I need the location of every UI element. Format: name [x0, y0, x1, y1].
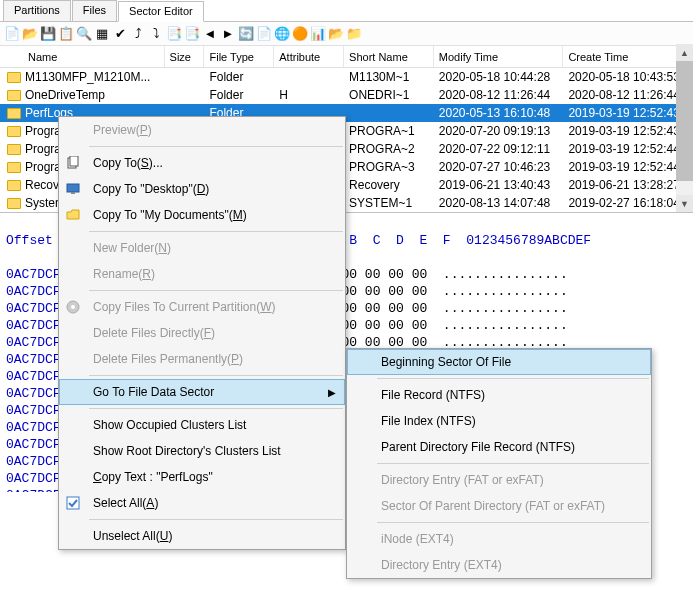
short-name: PROGRA~3: [344, 159, 434, 175]
new-icon[interactable]: 📄: [4, 26, 20, 42]
menu-item: Delete Files Permanently(P): [59, 346, 345, 372]
menu-item: Rename (R): [59, 261, 345, 287]
nav-fwd-icon[interactable]: ►: [220, 26, 236, 42]
short-name: Recovery: [344, 177, 434, 193]
tab-partitions[interactable]: Partitions: [3, 0, 71, 21]
col-attribute[interactable]: Attribute: [274, 46, 344, 67]
chevron-right-icon: ▶: [328, 387, 336, 398]
col-modifytime[interactable]: Modify Time: [434, 46, 564, 67]
folder-icon: [7, 198, 21, 209]
menu-item[interactable]: Beginning Sector Of File: [347, 349, 651, 375]
folder-icon[interactable]: 📁: [346, 26, 362, 42]
goto-down-icon[interactable]: ⤵: [148, 26, 164, 42]
menu-item[interactable]: File Index (NTFS): [347, 408, 651, 434]
modify-time: 2020-07-22 09:12:11: [434, 141, 564, 157]
save-icon[interactable]: 💾: [40, 26, 56, 42]
col-name[interactable]: Name: [0, 46, 165, 67]
grid-icon[interactable]: ▦: [94, 26, 110, 42]
open-icon[interactable]: 📂: [22, 26, 38, 42]
file-type: Folder: [204, 69, 274, 85]
file-name: Recov: [25, 178, 59, 192]
file-attr: [274, 112, 344, 114]
menu-item: Delete Files Directly(F): [59, 320, 345, 346]
menu-item: Sector Of Parent Directory (FAT or exFAT…: [347, 493, 651, 519]
col-size[interactable]: Size: [165, 46, 205, 67]
folder-icon: [7, 72, 21, 83]
menu-item[interactable]: Select All(A): [59, 490, 345, 516]
modify-time: 2020-05-13 16:10:48: [434, 105, 564, 121]
refresh-icon[interactable]: 🔄: [238, 26, 254, 42]
menu-item[interactable]: Show Occupied Clusters List: [59, 412, 345, 438]
file-scrollbar[interactable]: ▲ ▼: [676, 44, 693, 212]
short-name: M1130M~1: [344, 69, 434, 85]
folder-icon: [7, 162, 21, 173]
menu-label: Beginning Sector Of File: [381, 355, 511, 369]
menu-label: New Folder: [93, 241, 154, 255]
create-time: 2020-08-12 11:26:44: [563, 87, 693, 103]
file-name: Progra: [25, 160, 61, 174]
menu-item[interactable]: File Record (NTFS): [347, 382, 651, 408]
globe-icon[interactable]: 🌐: [274, 26, 290, 42]
menu-label: Select All: [93, 496, 142, 510]
menu-item[interactable]: Copy To "Desktop"(D): [59, 176, 345, 202]
search-icon[interactable]: 🔍: [76, 26, 92, 42]
scroll-thumb[interactable]: [676, 61, 693, 181]
file-type: Folder: [204, 87, 274, 103]
modify-time: 2019-06-21 13:40:43: [434, 177, 564, 193]
short-name: PROGRA~2: [344, 141, 434, 157]
scroll-down-icon[interactable]: ▼: [676, 195, 693, 212]
create-time: 2019-03-19 12:52:44: [563, 141, 693, 157]
check-icon[interactable]: ✔: [112, 26, 128, 42]
modify-time: 2020-08-13 14:07:48: [434, 195, 564, 211]
menu-label: Parent Directory File Record (NTFS): [381, 440, 575, 454]
goto-up-icon[interactable]: ⤴: [130, 26, 146, 42]
menu-label: Show Occupied Clusters List: [93, 418, 246, 432]
svg-point-5: [71, 305, 75, 309]
svg-rect-2: [67, 184, 79, 192]
menu-label: Sector Of Parent Directory (FAT or exFAT…: [381, 499, 605, 513]
create-time: 2019-03-19 12:52:43: [563, 123, 693, 139]
tab-files[interactable]: Files: [72, 0, 117, 21]
menu-item[interactable]: Show Root Directory's Clusters List: [59, 438, 345, 464]
menu-item: Copy Files To Current Partition(W): [59, 294, 345, 320]
folder-open-icon[interactable]: 📂: [328, 26, 344, 42]
nav-back-icon[interactable]: ◄: [202, 26, 218, 42]
menu-item[interactable]: Copy To "My Documents"(M): [59, 202, 345, 228]
props-icon[interactable]: 📄: [256, 26, 272, 42]
folder-icon: [7, 180, 21, 191]
col-filetype[interactable]: File Type: [204, 46, 274, 67]
menu-label: Delete Files Permanently: [93, 352, 227, 366]
file-name: Progra: [25, 142, 61, 156]
pie-icon[interactable]: 🟠: [292, 26, 308, 42]
tab-sector-editor[interactable]: Sector Editor: [118, 1, 204, 22]
menu-item[interactable]: Copy Text : "PerfLogs": [59, 464, 345, 490]
menu-label: Go To File Data Sector: [93, 385, 214, 399]
col-createtime[interactable]: Create Time: [563, 46, 693, 67]
file-name: OneDriveTemp: [25, 88, 105, 102]
copy-icon[interactable]: 📋: [58, 26, 74, 42]
pie2-icon[interactable]: 📊: [310, 26, 326, 42]
menu-item[interactable]: Copy To(S)...: [59, 150, 345, 176]
menu-item[interactable]: Go To File Data Sector▶: [59, 379, 345, 405]
folder-icon: [65, 207, 81, 223]
menu-label: Copy To "Desktop": [93, 182, 193, 196]
svg-rect-1: [70, 156, 78, 166]
folder-icon: [7, 108, 21, 119]
menu-label: Directory Entry (EXT4): [381, 558, 502, 572]
menu-label: iNode (EXT4): [381, 532, 454, 546]
table-row[interactable]: OneDriveTempFolderHONEDRI~12020-08-12 11…: [0, 86, 693, 104]
disc-disabled-icon: [65, 299, 81, 315]
menu-item: Preview(P): [59, 117, 345, 143]
svg-rect-3: [71, 192, 75, 194]
col-shortname[interactable]: Short Name: [344, 46, 434, 67]
tab-bar: Partitions Files Sector Editor: [0, 0, 693, 22]
file-attr: [274, 76, 344, 78]
menu-item[interactable]: Unselect All(U): [59, 523, 345, 549]
scroll-up-icon[interactable]: ▲: [676, 44, 693, 61]
nav1-icon[interactable]: 📑: [166, 26, 182, 42]
menu-item[interactable]: Parent Directory File Record (NTFS): [347, 434, 651, 460]
nav2-icon[interactable]: 📑: [184, 26, 200, 42]
table-row[interactable]: M1130MFP_M1210M...FolderM1130M~12020-05-…: [0, 68, 693, 86]
menu-item: Directory Entry (EXT4): [347, 552, 651, 578]
file-name: Progra: [25, 124, 61, 138]
